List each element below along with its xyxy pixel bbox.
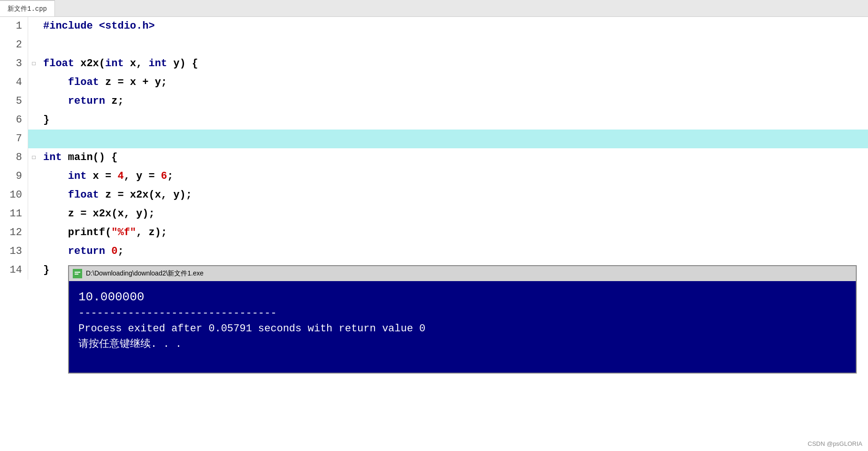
code-content-1: #include <stdio.h> xyxy=(39,17,868,36)
fold-7 xyxy=(28,130,39,148)
code-line-10: 10 float z = x2x(x, y); xyxy=(0,186,868,205)
fold-8[interactable]: □ xyxy=(28,148,39,167)
code-content-12: printf("%f", z); xyxy=(39,223,868,242)
terminal-process-line2: 请按任意键继续. . . xyxy=(78,336,846,352)
code-line-3: 3 □ float x2x(int x, int y) { xyxy=(0,54,868,73)
line-num-12: 12 xyxy=(0,223,28,242)
code-line-13: 13 return 0; xyxy=(0,242,868,261)
terminal-separator: -------------------------------- xyxy=(78,307,846,319)
line-num-11: 11 xyxy=(0,205,28,223)
line-num-10: 10 xyxy=(0,186,28,205)
svg-rect-1 xyxy=(75,272,80,273)
terminal-icon xyxy=(73,269,82,278)
code-content-2 xyxy=(39,36,868,54)
code-content-9: int x = 4, y = 6; xyxy=(39,167,868,186)
fold-3[interactable]: □ xyxy=(28,54,39,73)
code-line-1: 1 #include <stdio.h> xyxy=(0,17,868,36)
line-num-13: 13 xyxy=(0,242,28,261)
fold-12 xyxy=(28,223,39,242)
terminal-output-value: 10.000000 xyxy=(78,289,846,306)
svg-rect-2 xyxy=(75,274,78,275)
fold-11 xyxy=(28,205,39,223)
terminal-body: 10.000000 ------------------------------… xyxy=(69,281,856,373)
fold-9 xyxy=(28,167,39,186)
code-content-6: } xyxy=(39,111,868,130)
code-content-8: int main() { xyxy=(39,148,868,167)
terminal-process-line1: Process exited after 0.05791 seconds wit… xyxy=(78,321,846,336)
fold-6 xyxy=(28,111,39,130)
code-line-9: 9 int x = 4, y = 6; xyxy=(0,167,868,186)
code-content-4: float z = x + y; xyxy=(39,73,868,92)
file-tab[interactable]: 新文件1.cpp xyxy=(0,0,55,16)
line-num-2: 2 xyxy=(0,36,28,54)
line-num-3: 3 xyxy=(0,54,28,73)
code-line-4: 4 float z = x + y; xyxy=(0,73,868,92)
line-num-8: 8 xyxy=(0,148,28,167)
terminal-titlebar: D:\Downloading\download2\新文件1.exe xyxy=(69,266,856,281)
fold-4 xyxy=(28,73,39,92)
code-line-2: 2 xyxy=(0,36,868,54)
code-line-11: 11 z = x2x(x, y); xyxy=(0,205,868,223)
code-content-13: return 0; xyxy=(39,242,868,261)
line-num-14: 14 xyxy=(0,261,28,280)
editor-container: 新文件1.cpp 1 #include <stdio.h> 2 3 □ floa… xyxy=(0,0,868,451)
file-tab-label: 新文件1.cpp xyxy=(8,5,47,13)
code-line-6: 6 } xyxy=(0,111,868,130)
code-line-12: 12 printf("%f", z); xyxy=(0,223,868,242)
fold-5 xyxy=(28,92,39,111)
code-content-5: return z; xyxy=(39,92,868,111)
terminal-title: D:\Downloading\download2\新文件1.exe xyxy=(86,269,204,278)
code-content-7 xyxy=(39,130,868,148)
line-num-9: 9 xyxy=(0,167,28,186)
line-num-7: 7 xyxy=(0,130,28,148)
line-num-6: 6 xyxy=(0,111,28,130)
fold-10 xyxy=(28,186,39,205)
line-num-4: 4 xyxy=(0,73,28,92)
fold-1 xyxy=(28,17,39,36)
code-line-7: 7 xyxy=(0,130,868,148)
code-content-3: float x2x(int x, int y) { xyxy=(39,54,868,73)
fold-13 xyxy=(28,242,39,261)
code-area: 1 #include <stdio.h> 2 3 □ float x2x(int… xyxy=(0,17,868,280)
line-num-1: 1 xyxy=(0,17,28,36)
line-num-5: 5 xyxy=(0,92,28,111)
code-line-5: 5 return z; xyxy=(0,92,868,111)
code-content-10: float z = x2x(x, y); xyxy=(39,186,868,205)
fold-14 xyxy=(28,261,39,280)
tab-bar: 新文件1.cpp xyxy=(0,0,868,17)
terminal-window: D:\Downloading\download2\新文件1.exe 10.000… xyxy=(68,265,857,374)
code-content-11: z = x2x(x, y); xyxy=(39,205,868,223)
code-line-8: 8 □ int main() { xyxy=(0,148,868,167)
fold-2 xyxy=(28,36,39,54)
watermark: CSDN @psGLORIA xyxy=(808,440,863,447)
